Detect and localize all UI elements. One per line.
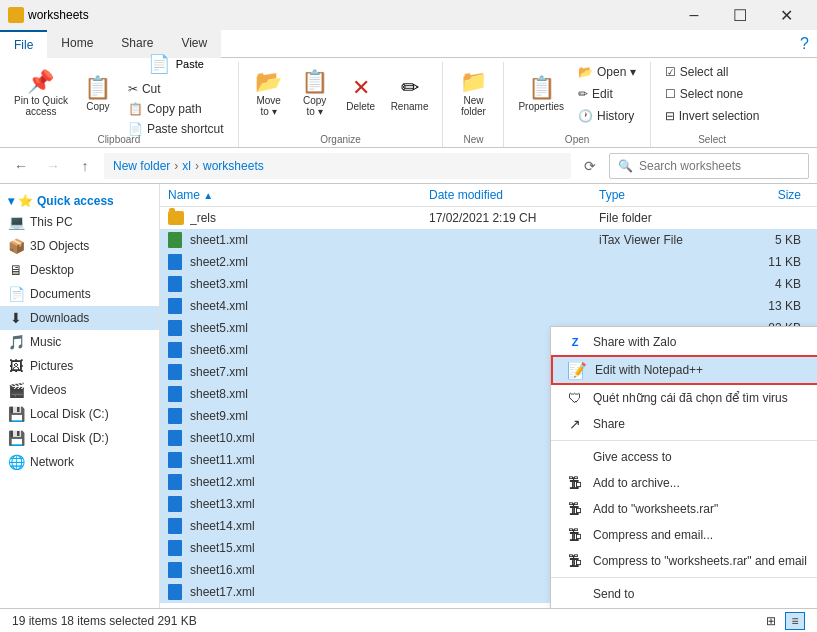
pin-quick-access-button[interactable]: 📌 Pin to Quickaccess — [8, 64, 74, 124]
copy-path-button[interactable]: 📋 Copy path — [122, 99, 230, 119]
view-icon-btn[interactable]: ⊞ — [761, 612, 781, 630]
downloads-icon: ⬇ — [8, 310, 24, 326]
file-row-sheet3[interactable]: sheet3.xml 4 KB — [160, 273, 817, 295]
sidebar-item-3dobjects[interactable]: 📦 3D Objects — [0, 234, 159, 258]
copy-to-button[interactable]: 📋 Copyto ▾ — [293, 64, 337, 124]
archive-icon-4: 🗜 — [567, 553, 583, 569]
cm-scan-virus[interactable]: 🛡 Quét những cái đã chọn để tìm virus — [551, 385, 817, 411]
sidebar-item-downloads[interactable]: ⬇ Downloads — [0, 306, 159, 330]
cm-edit-notepad[interactable]: 📝 Edit with Notepad++ — [551, 355, 817, 385]
sidebar-item-network[interactable]: 🌐 Network — [0, 450, 159, 474]
edit-button[interactable]: ✏ Edit — [572, 84, 642, 104]
xml-icon-sheet14 — [168, 518, 184, 534]
path-segment-3[interactable]: worksheets — [203, 159, 264, 173]
sidebar-item-pictures[interactable]: 🖼 Pictures — [0, 354, 159, 378]
select-all-button[interactable]: ☑ Select all — [659, 62, 766, 82]
history-button[interactable]: 🕐 History — [572, 106, 642, 126]
help-button[interactable]: ? — [800, 35, 809, 53]
status-text: 19 items 18 items selected 291 KB — [12, 614, 197, 628]
open-button[interactable]: 📂 Open ▾ — [572, 62, 642, 82]
open-small-group: 📂 Open ▾ ✏ Edit 🕐 History — [572, 64, 642, 124]
sidebar-item-videos[interactable]: 🎬 Videos — [0, 378, 159, 402]
cm-share[interactable]: ↗ Share — [551, 411, 817, 437]
file-row-sheet4[interactable]: sheet4.xml 13 KB — [160, 295, 817, 317]
delete-icon: ✕ — [352, 77, 370, 99]
ribbon: 📌 Pin to Quickaccess 📋 Copy 📄 Paste ✂ Cu… — [0, 58, 817, 148]
sidebar-label-thispc: This PC — [30, 215, 73, 229]
xml-icon-sheet16 — [168, 562, 184, 578]
view-list-btn[interactable]: ≡ — [785, 612, 805, 630]
itax-icon-sheet1 — [168, 232, 184, 248]
header-type[interactable]: Type — [599, 188, 729, 202]
paste-icon: 📄 — [148, 53, 170, 75]
search-input[interactable] — [639, 159, 800, 173]
delete-button[interactable]: ✕ Delete — [339, 64, 383, 124]
header-name[interactable]: Name ▲ — [168, 188, 429, 202]
minimize-button[interactable]: – — [671, 0, 717, 30]
up-button[interactable]: ↑ — [72, 153, 98, 179]
cm-share-zalo[interactable]: Z Share with Zalo — [551, 329, 817, 355]
xml-icon-sheet12 — [168, 474, 184, 490]
tab-file[interactable]: File — [0, 30, 47, 58]
select-content: ☑ Select all ☐ Select none ⊟ Invert sele… — [659, 64, 766, 132]
sidebar-label-videos: Videos — [30, 383, 66, 397]
clipboard-group: 📌 Pin to Quickaccess 📋 Copy 📄 Paste ✂ Cu… — [0, 62, 239, 147]
copy-button[interactable]: 📋 Copy — [76, 64, 120, 124]
maximize-button[interactable]: ☐ — [717, 0, 763, 30]
move-icon: 📂 — [255, 71, 282, 93]
invert-selection-button[interactable]: ⊟ Invert selection — [659, 106, 766, 126]
new-folder-button[interactable]: 📁 Newfolder — [451, 64, 495, 124]
quick-access-star-icon: ⭐ — [18, 194, 33, 208]
sidebar-label-documents: Documents — [30, 287, 91, 301]
header-size[interactable]: Size — [729, 188, 809, 202]
rename-button[interactable]: ✏ Rename — [385, 64, 435, 124]
cm-add-archive[interactable]: 🗜 Add to archive... — [551, 470, 817, 496]
xml-icon-sheet11 — [168, 452, 184, 468]
sidebar-item-desktop[interactable]: 🖥 Desktop — [0, 258, 159, 282]
tab-home[interactable]: Home — [47, 30, 107, 58]
organize-group: 📂 Moveto ▾ 📋 Copyto ▾ ✕ Delete ✏ Rename … — [239, 62, 444, 147]
xml-icon-sheet4 — [168, 298, 184, 314]
address-bar: ← → ↑ New folder › xl › worksheets ⟳ 🔍 — [0, 148, 817, 184]
invert-icon: ⊟ — [665, 109, 675, 123]
forward-button[interactable]: → — [40, 153, 66, 179]
path-segment-1[interactable]: New folder — [113, 159, 170, 173]
select-small-group: ☑ Select all ☐ Select none ⊟ Invert sele… — [659, 64, 766, 124]
file-row-sheet2[interactable]: sheet2.xml 11 KB — [160, 251, 817, 273]
properties-button[interactable]: 📋 Properties — [512, 64, 570, 124]
network-icon: 🌐 — [8, 454, 24, 470]
cut-button[interactable]: ✂ Cut — [122, 79, 230, 99]
select-none-button[interactable]: ☐ Select none — [659, 84, 766, 104]
sidebar-item-locald[interactable]: 💾 Local Disk (D:) — [0, 426, 159, 450]
sidebar-item-documents[interactable]: 📄 Documents — [0, 282, 159, 306]
new-group: 📁 Newfolder New — [443, 62, 504, 147]
sidebar-item-thispc[interactable]: 💻 This PC — [0, 210, 159, 234]
cm-compress-rar-email[interactable]: 🗜 Compress to "worksheets.rar" and email — [551, 548, 817, 574]
header-date[interactable]: Date modified — [429, 188, 599, 202]
title-bar: worksheets – ☐ ✕ — [0, 0, 817, 30]
refresh-button[interactable]: ⟳ — [577, 153, 603, 179]
sidebar-item-localc[interactable]: 💾 Local Disk (C:) — [0, 402, 159, 426]
sidebar-item-music[interactable]: 🎵 Music — [0, 330, 159, 354]
quick-access-label: Quick access — [37, 194, 114, 208]
cm-give-access[interactable]: Give access to › — [551, 444, 817, 470]
select-none-icon: ☐ — [665, 87, 676, 101]
close-button[interactable]: ✕ — [763, 0, 809, 30]
search-icon: 🔍 — [618, 159, 633, 173]
context-menu: Z Share with Zalo 📝 Edit with Notepad++ … — [550, 326, 817, 608]
cm-send-to[interactable]: Send to › — [551, 581, 817, 607]
file-row-rels[interactable]: _rels 17/02/2021 2:19 CH File folder — [160, 207, 817, 229]
paste-button[interactable]: 📄 Paste — [122, 49, 230, 79]
back-button[interactable]: ← — [8, 153, 34, 179]
quick-access-header[interactable]: ▾ ⭐ Quick access — [0, 188, 159, 210]
xml-icon-sheet8 — [168, 386, 184, 402]
path-segment-2[interactable]: xl — [182, 159, 191, 173]
move-to-button[interactable]: 📂 Moveto ▾ — [247, 64, 291, 124]
cm-compress-email[interactable]: 🗜 Compress and email... — [551, 522, 817, 548]
xml-icon-sheet17 — [168, 584, 184, 600]
sidebar-label-localc: Local Disk (C:) — [30, 407, 109, 421]
sendto-icon — [567, 586, 583, 602]
file-row-sheet1[interactable]: sheet1.xml iTax Viewer File 5 KB — [160, 229, 817, 251]
cm-add-worksheets-rar[interactable]: 🗜 Add to "worksheets.rar" — [551, 496, 817, 522]
address-path[interactable]: New folder › xl › worksheets — [104, 153, 571, 179]
